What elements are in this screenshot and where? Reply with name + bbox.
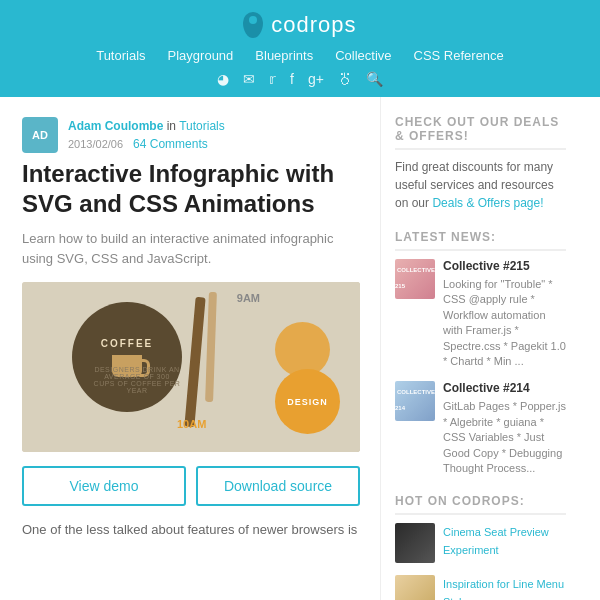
hot-link-0[interactable]: Cinema Seat Preview Experiment	[443, 526, 549, 555]
article-body: One of the less talked about features of…	[22, 520, 360, 541]
logo-drop-icon	[243, 12, 263, 38]
hot-item-0: Cinema Seat Preview Experiment	[395, 523, 566, 563]
article-subtitle: Learn how to build an interactive animat…	[22, 229, 360, 268]
article-date: 2013/02/06	[68, 138, 123, 150]
nav-playground[interactable]: Playground	[168, 48, 234, 63]
googleplus-icon[interactable]: g+	[308, 71, 324, 87]
author-info: Adam Coulombe in Tutorials 2013/02/06 64…	[68, 117, 225, 153]
author-category-link[interactable]: Tutorials	[179, 119, 225, 133]
right-sidebar: Check out our deals & offers! Find great…	[380, 97, 580, 600]
hot-thumb-1	[395, 575, 435, 600]
collective-214-text: Collective #214 GitLab Pages * Popper.js…	[443, 381, 566, 476]
latest-news-section: Latest News: COLLECTIVE215 Collective #2…	[395, 230, 566, 476]
nav-css-reference[interactable]: CSS Reference	[414, 48, 504, 63]
collective-215-thumb: COLLECTIVE215	[395, 259, 435, 299]
site-header: codrops Tutorials Playground Blueprints …	[0, 0, 600, 97]
search-icon[interactable]: 🔍	[366, 71, 383, 87]
coffee-subtext: DESIGNERS DRINK AN AVERAGE OF 300CUPS OF…	[82, 366, 192, 394]
collective-214-body: GitLab Pages * Popper.js * Algebrite * g…	[443, 399, 566, 476]
facebook-icon[interactable]: f	[290, 71, 294, 87]
hot-text-1: Inspiration for Line Menu Styles	[443, 575, 566, 600]
collective-215-title[interactable]: Collective #215	[443, 259, 566, 273]
design-circle: DESIGN	[275, 369, 340, 434]
view-demo-button[interactable]: View demo	[22, 466, 186, 506]
button-row: View demo Download source	[22, 466, 360, 506]
hot-section: Hot on Codrops: Cinema Seat Preview Expe…	[395, 494, 566, 600]
deals-section: Check out our deals & offers! Find great…	[395, 115, 566, 212]
deals-link[interactable]: Deals & Offers page!	[432, 196, 543, 210]
nav-tutorials[interactable]: Tutorials	[96, 48, 145, 63]
collective-215-body: Looking for "Trouble" * CSS @apply rule …	[443, 277, 566, 369]
coffee-label: COFFEE	[101, 338, 154, 349]
github-icon[interactable]: ⛣	[338, 71, 352, 87]
rss-icon[interactable]: ◕	[217, 71, 229, 87]
hot-heading: Hot on Codrops:	[395, 494, 566, 515]
author-in-label: in	[167, 119, 176, 133]
download-source-button[interactable]: Download source	[196, 466, 360, 506]
time-10am-label: 10AM	[177, 418, 206, 430]
nav-blueprints[interactable]: Blueprints	[255, 48, 313, 63]
article-image: COFFEE DESIGNERS DRINK AN AVERAGE OF 300…	[22, 282, 360, 452]
main-nav: Tutorials Playground Blueprints Collecti…	[0, 48, 600, 63]
coffee-circle: COFFEE DESIGNERS DRINK AN AVERAGE OF 300…	[72, 302, 182, 412]
hot-link-1[interactable]: Inspiration for Line Menu Styles	[443, 578, 564, 600]
avatar: AD	[22, 117, 58, 153]
hot-item-1: Inspiration for Line Menu Styles	[395, 575, 566, 600]
time-9am-label: 9AM	[237, 292, 260, 304]
latest-news-heading: Latest News:	[395, 230, 566, 251]
social-links: ◕ ✉ 𝕣 f g+ ⛣ 🔍	[0, 71, 600, 87]
design-label: DESIGN	[287, 397, 328, 407]
hot-thumb-0	[395, 523, 435, 563]
collective-214-thumb: COLLECTIVE214	[395, 381, 435, 421]
article-title: Interactive Infographic with SVG and CSS…	[22, 159, 360, 219]
nav-collective[interactable]: Collective	[335, 48, 391, 63]
email-icon[interactable]: ✉	[243, 71, 255, 87]
collective-215-item: COLLECTIVE215 Collective #215 Looking fo…	[395, 259, 566, 369]
author-name[interactable]: Adam Coulombe	[68, 119, 163, 133]
collective-215-text: Collective #215 Looking for "Trouble" * …	[443, 259, 566, 369]
author-row: AD Adam Coulombe in Tutorials 2013/02/06…	[22, 117, 360, 153]
collective-214-item: COLLECTIVE214 Collective #214 GitLab Pag…	[395, 381, 566, 476]
deals-heading: Check out our deals & offers!	[395, 115, 566, 150]
logo-text[interactable]: codrops	[271, 12, 356, 38]
deals-text: Find great discounts for many useful ser…	[395, 158, 566, 212]
twitter-icon[interactable]: 𝕣	[269, 71, 276, 87]
comments-link[interactable]: 64 Comments	[133, 137, 208, 151]
hot-text-0: Cinema Seat Preview Experiment	[443, 523, 566, 558]
collective-214-title[interactable]: Collective #214	[443, 381, 566, 395]
logo-area: codrops	[0, 12, 600, 38]
main-wrapper: AD Adam Coulombe in Tutorials 2013/02/06…	[0, 97, 600, 600]
article-main: AD Adam Coulombe in Tutorials 2013/02/06…	[0, 97, 380, 600]
